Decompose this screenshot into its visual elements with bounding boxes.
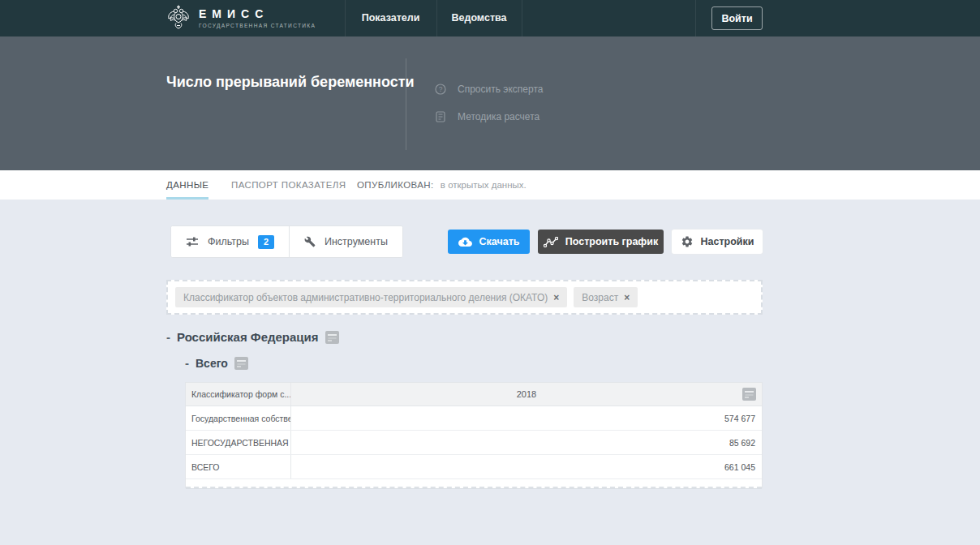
tree-node-label: Российская Федерация	[177, 330, 319, 344]
row-value: 574 677	[291, 406, 762, 430]
data-tree: - Российская Федерация - Всего	[166, 330, 763, 370]
collapse-icon[interactable]: -	[166, 330, 170, 344]
question-circle-icon: ?	[435, 84, 446, 95]
row-value: 661 045	[291, 455, 762, 478]
nav-item-indicators[interactable]: Показатели	[345, 0, 436, 36]
build-chart-button[interactable]: Построить график	[538, 230, 664, 254]
settings-label: Настройки	[701, 236, 754, 247]
column-filter-icon[interactable]	[742, 388, 756, 401]
header-divider	[406, 58, 406, 150]
ask-expert-link[interactable]: ? Спросить эксперта	[435, 84, 543, 95]
coat-of-arms-icon	[166, 4, 191, 31]
wrench-icon	[304, 236, 316, 247]
settings-button[interactable]: Настройки	[672, 230, 763, 254]
line-chart-icon	[544, 237, 558, 247]
table-row[interactable]: НЕГОСУДАРСТВЕННАЯ ФОР... 85 692	[186, 431, 762, 455]
table-header-row: Классификатор форм с... 2018	[186, 383, 762, 406]
row-label: Государственная собственн...	[186, 406, 291, 430]
page-header: Число прерываний беременности ? Спросить…	[0, 36, 980, 170]
sliders-icon	[186, 236, 199, 247]
action-buttons: Скачать Построить график	[448, 230, 763, 254]
logo-text: ЕМИСС ГОСУДАРСТВЕННАЯ СТАТИСТИКА	[199, 7, 316, 28]
login-button[interactable]: Войти	[711, 6, 763, 30]
tools-button[interactable]: Инструменты	[289, 226, 402, 257]
build-chart-label: Построить график	[565, 236, 658, 247]
published-label: ОПУБЛИКОВАН:	[357, 180, 434, 190]
filter-chip-label: Классификатор объектов административно-т…	[183, 292, 548, 303]
published-value-link[interactable]: в открытых данных.	[441, 180, 527, 190]
logo-subtitle: ГОСУДАРСТВЕННАЯ СТАТИСТИКА	[199, 23, 316, 28]
filter-chip-label: Возраст	[582, 292, 618, 303]
tools-label: Инструменты	[325, 236, 388, 247]
ask-expert-label: Спросить эксперта	[458, 84, 543, 95]
table-header-classifier: Классификатор форм с...	[186, 383, 291, 406]
methodology-icon	[435, 111, 446, 122]
table-row[interactable]: Государственная собственн... 574 677	[186, 406, 762, 431]
tree-node-label: Всего	[196, 357, 228, 370]
collapse-icon[interactable]: -	[185, 356, 189, 370]
table-footer-perforation	[186, 479, 762, 488]
logo-title: ЕМИСС	[199, 7, 316, 20]
tree-node-russia[interactable]: - Российская Федерация	[166, 330, 763, 344]
download-label: Скачать	[479, 236, 520, 247]
nav-separator	[522, 0, 522, 36]
filter-chip-age[interactable]: Возраст ×	[574, 287, 638, 307]
emiss-logo[interactable]: ЕМИСС ГОСУДАРСТВЕННАЯ СТАТИСТИКА	[166, 4, 316, 31]
published-status: ОПУБЛИКОВАН: в открытых данных.	[357, 170, 527, 200]
page-title: Число прерываний беременности	[166, 74, 415, 91]
methodology-label: Методика расчета	[458, 111, 539, 122]
active-filters-bar: Классификатор объектов административно-т…	[166, 280, 763, 315]
node-filter-icon[interactable]	[325, 331, 339, 344]
year-label: 2018	[517, 389, 536, 399]
download-button[interactable]: Скачать	[448, 230, 530, 254]
header-links: ? Спросить эксперта Методика расчета	[435, 84, 543, 122]
svg-text:?: ?	[439, 85, 443, 93]
tab-strip: ДАННЫЕ ПАСПОРТ ПОКАЗАТЕЛЯ ОПУБЛИКОВАН: в…	[0, 170, 980, 200]
row-label: НЕГОСУДАРСТВЕННАЯ ФОР...	[186, 431, 291, 454]
filters-label: Фильтры	[208, 236, 249, 247]
left-button-group: Фильтры 2 Инструменты	[170, 225, 403, 258]
tab-passport[interactable]: ПАСПОРТ ПОКАЗАТЕЛЯ	[231, 170, 346, 200]
methodology-link[interactable]: Методика расчета	[435, 111, 543, 122]
main-content: Фильтры 2 Инструменты Скачать	[0, 200, 980, 545]
filter-chip-okato[interactable]: Классификатор объектов административно-т…	[175, 287, 567, 307]
nav-separator	[695, 0, 696, 36]
cloud-download-icon	[458, 237, 472, 247]
active-tab-indicator	[166, 197, 208, 200]
row-value: 85 692	[291, 431, 762, 454]
data-table: Классификатор форм с... 2018 Государстве…	[185, 382, 763, 488]
remove-filter-icon[interactable]: ×	[624, 292, 630, 303]
nav-item-agencies[interactable]: Ведомства	[436, 0, 522, 36]
filters-count-badge: 2	[258, 235, 274, 249]
table-header-label: Классификатор форм с...	[191, 389, 291, 399]
node-filter-icon[interactable]	[234, 357, 248, 370]
filters-button[interactable]: Фильтры 2	[171, 226, 289, 257]
table-row[interactable]: ВСЕГО 661 045	[186, 455, 762, 479]
row-label: ВСЕГО	[186, 455, 291, 478]
top-navbar: ЕМИСС ГОСУДАРСТВЕННАЯ СТАТИСТИКА Показат…	[0, 0, 980, 36]
tree-node-total[interactable]: - Всего	[185, 356, 763, 370]
table-header-year: 2018	[291, 383, 762, 406]
remove-filter-icon[interactable]: ×	[553, 292, 559, 303]
toolbar: Фильтры 2 Инструменты Скачать	[166, 225, 763, 258]
tab-data[interactable]: ДАННЫЕ	[166, 170, 208, 200]
gear-icon	[681, 235, 694, 248]
